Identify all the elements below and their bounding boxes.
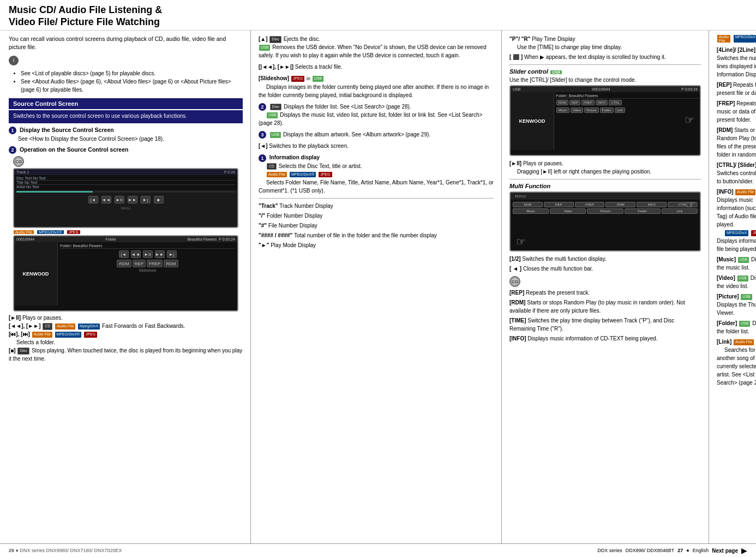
eject-block: [▲] Disc Ejects the disc. USB Removes th… <box>259 35 494 59</box>
right-info-jpeg-badge: JPEG <box>751 230 756 236</box>
multi-btn-video[interactable]: Video <box>550 208 586 214</box>
multi-btn-rep[interactable]: REP <box>544 202 574 207</box>
multi-btn-music[interactable]: Music <box>513 208 549 214</box>
right-center-column: "P"/ "R" Play Time Display Use the [TIME… <box>502 31 709 543</box>
multi-hand-bottom: ☞ <box>516 235 526 248</box>
audio-ctrl-5[interactable]: ►| <box>167 250 177 258</box>
right-rep-label: [REP] <box>717 82 731 88</box>
cd-controls: |◄ ◄◄ ►II ►► ►| ■ <box>14 194 237 206</box>
ctrl-next[interactable]: ►| <box>141 196 151 203</box>
usb-btn-link[interactable]: Link <box>615 107 625 113</box>
multi-btn-frep[interactable]: FREP <box>575 202 605 207</box>
audio-title: Beautiful Flowers <box>187 237 217 241</box>
usb-btn-rep[interactable]: REP <box>569 100 580 105</box>
ctrl-play[interactable]: ►II <box>115 196 124 203</box>
right-link-label: [Link] <box>717 339 731 345</box>
right-info-item: [INFO] Audio File Displays music informa… <box>717 188 756 253</box>
info-audio-desc: Selects Folder Name, File Name, Title, A… <box>259 179 494 194</box>
scroll-pre: When <box>524 54 538 60</box>
multi-rep-label: [REP] <box>509 290 524 296</box>
folder-block-2: 2 Disc Displays the folder list. See <Li… <box>259 103 494 127</box>
right-section: "P"/ "R" Play Time Display Use the [TIME… <box>502 31 756 543</box>
usb-btn-rdm[interactable]: RDM <box>556 100 568 105</box>
multi-close-p: [ ◄ ] Closes the multi function bar. <box>509 265 701 273</box>
ctrl-prev[interactable]: |◄ <box>88 196 98 203</box>
total-p: "#### / ####" Total number of file in th… <box>259 231 494 239</box>
multi-12-desc: Switches the multi function display. <box>522 256 606 262</box>
notes-list: See <List of playable discs> (page 5) fo… <box>14 69 243 94</box>
info-jpeg-badge: JPEG <box>319 172 332 178</box>
usb-btn-video[interactable]: Video <box>571 107 583 113</box>
step-1-text: See <How to Display the Source Control S… <box>18 135 243 143</box>
audio-btn-rep[interactable]: REP <box>133 260 146 267</box>
right-4line-item: [4Line]/ [2Line] Switches the number of … <box>717 46 756 79</box>
ctrl-stop[interactable]: ■ <box>154 196 164 203</box>
folder-usb-desc: Displays the music list, video list, pic… <box>259 112 482 126</box>
audio-folder: Folder <box>37 237 185 241</box>
slideshow-btn[interactable]: Slideshow <box>60 267 235 272</box>
op-fast-fwd: [◄◄], [►►] CD Audio File Mpeg/DivX Fast … <box>9 322 243 330</box>
multi-btn-info[interactable]: INFO <box>637 202 667 207</box>
multi-btn-folder[interactable]: Folder <box>625 208 661 214</box>
info-af-badge: Audio File <box>267 172 287 178</box>
audio-btn-rdm[interactable]: RDM <box>117 260 131 267</box>
eject-p: [▲] Disc Ejects the disc. USB Removes th… <box>259 35 494 59</box>
right-video-item: [Video] USB Displays the video list. <box>717 274 756 290</box>
audio-ctrl-1[interactable]: |◄ <box>119 250 129 258</box>
multi-screen-mockup: Menu RDM REP FREP RDM INFO CTRL Music <box>509 191 701 251</box>
footer-right-page: 27 <box>677 548 683 553</box>
step-1-title: Display the Source Control Screen <box>20 127 114 133</box>
album-block-3: 3 USB Displays the album artwork. See <A… <box>259 130 494 139</box>
audio-btn-rdm2[interactable]: RDM <box>164 260 178 267</box>
track-sel-label: [|◄◄], [►►|] <box>259 64 293 70</box>
usb-btn-frep[interactable]: FREP <box>581 100 595 105</box>
disc-badge: Disc <box>17 348 29 355</box>
multi-hand-top: ☞ <box>686 198 695 211</box>
usb-btn-folder[interactable]: Folder <box>600 107 614 113</box>
time-p: "P"/ "R" Play Time Display Use the [TIME… <box>509 35 701 51</box>
multi-btn-rdm[interactable]: RDM <box>513 202 543 207</box>
audio-btn-frep[interactable]: FREP <box>147 260 163 267</box>
op-play-pause: [►II] Plays or pauses. <box>9 314 243 322</box>
multi-menu: Menu <box>511 193 700 200</box>
time-display-block: "P"/ "R" Play Time Display Use the [TIME… <box>509 35 701 61</box>
right-4line-label: [4Line]/ [2Line] <box>717 47 755 53</box>
cd-multi-desc-block: [REP] Repeats the present track. [RDM] S… <box>509 289 701 343</box>
info-mpeg-badge: MPEG/DivX® <box>290 172 316 178</box>
usb-btn-ctrl[interactable]: CTRL <box>609 100 622 105</box>
step-2-title: Operation on the Source Control screen <box>20 146 129 153</box>
menu-label: Menu <box>14 206 237 211</box>
audio-ctrl-2[interactable]: ◄◄ <box>131 250 141 258</box>
right-link-audio-badge: Audio File <box>734 339 754 345</box>
track-num-desc: Track Number Display <box>279 203 333 209</box>
footer-left: 26 ● DNX series DNX9960/ DNX7160/ DNX702… <box>9 548 122 553</box>
usb-btn-pic[interactable]: Picture <box>584 107 599 113</box>
audio-ctrl-4[interactable]: ►► <box>155 250 165 258</box>
ctrl-rew[interactable]: ◄◄ <box>101 196 111 203</box>
op-stop: [■] Disc Stops playing. When touched twi… <box>9 346 243 363</box>
ctrl-fwd[interactable]: ►► <box>128 196 137 203</box>
right-music-label: [Music] <box>717 256 736 262</box>
right-ctrl-item: [CTRL]/ [Slider] USB Switches control mo… <box>717 161 756 185</box>
usb-btn-music[interactable]: Music <box>556 107 569 113</box>
usb-screen-body: KENWOOD Folder: Beautiful Flowers RDM RE… <box>511 92 700 150</box>
audio-right-panel: Folder: Beautiful Flowers |◄ ◄◄ ►II ►► ►… <box>58 242 237 306</box>
audio-controls-row: |◄ ◄◄ ►II ►► ►| <box>60 249 235 260</box>
playback-label: [◄] <box>259 143 268 149</box>
time-desc: Play Time Display <box>532 36 575 42</box>
usb-btn-row-1: RDM REP FREP INFO CTRL <box>555 99 699 106</box>
footer-right-series: DDX series <box>597 548 622 553</box>
source-control-box-desc: Switches to the source control screen to… <box>9 110 243 123</box>
usb-btn-info[interactable]: INFO <box>596 100 608 105</box>
jpeg-badge2: JPEG <box>84 332 97 338</box>
playback-desc: Switches to the playback screen. <box>269 143 349 149</box>
multi-btn-rdm2[interactable]: RDM <box>605 202 635 207</box>
multi-btn-pic[interactable]: Picture <box>587 208 623 214</box>
audio-ctrl-3[interactable]: ►II <box>143 250 153 258</box>
right-folder-label: [Folder] <box>717 320 737 326</box>
slideshow-block: [Slideshow] JPEG in USB Displays images … <box>259 74 494 99</box>
slideshow-desc: Displays images in the folder currently … <box>259 84 489 98</box>
right-rep-item: [REP] Repeats the present file or data. <box>717 81 756 97</box>
folder-2-p: 2 Disc Displays the folder list. See <Li… <box>259 103 494 127</box>
step-1: 1 Display the Source Control Screen See … <box>9 127 243 143</box>
